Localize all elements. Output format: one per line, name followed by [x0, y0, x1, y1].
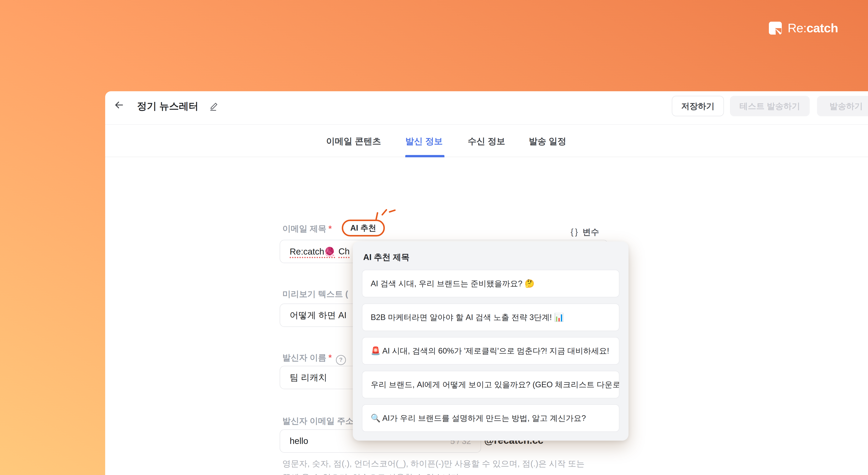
subject-label: 이메일 제목*: [282, 223, 332, 234]
logo-text-light: Re:: [787, 21, 806, 35]
screen: Re:catch 정기 뉴스레터 저장하기 테스트 발송하기 발송하기 이메일 …: [0, 0, 868, 475]
sender-email-label: 발신자 이메일 주소: [282, 415, 353, 427]
insert-variable-button[interactable]: {}변수: [570, 226, 599, 238]
brand-logo: Re:catch: [769, 21, 838, 35]
required-asterisk: *: [329, 224, 332, 233]
braces-icon: {}: [570, 227, 580, 236]
sender-name-value: 팀 리캐치: [290, 372, 327, 383]
brand-logo-text: Re:catch: [787, 21, 838, 35]
test-send-button[interactable]: 테스트 발송하기: [730, 96, 810, 116]
tabs-divider: [105, 157, 868, 157]
subject-label-text: 이메일 제목: [282, 224, 326, 233]
email-helper-line1: 영문자, 숫자, 점(.), 언더스코어(_), 하이픈(-)만 사용할 수 있…: [282, 457, 585, 470]
ai-suggestion-popup: AI 추천 제목 AI 검색 시대, 우리 브랜드는 준비됐을까요? 🤔 B2B…: [353, 241, 628, 441]
ai-suggestion-item[interactable]: AI 검색 시대, 우리 브랜드는 준비됐을까요? 🤔: [362, 270, 619, 297]
sender-name-label: 발신자 이름*?: [282, 352, 346, 365]
ai-suggestion-item[interactable]: 🚨 AI 시대, 검색의 60%가 '제로클릭'으로 멈춘다?! 지금 대비하세…: [362, 337, 619, 364]
variables-label: 변수: [583, 227, 599, 236]
subject-value-2: Ch: [338, 246, 350, 257]
edit-title-button[interactable]: [209, 101, 219, 112]
send-button[interactable]: 발송하기: [817, 96, 868, 116]
tab-email-content[interactable]: 이메일 콘텐츠: [326, 136, 381, 147]
ai-suggestion-item[interactable]: 우리 브랜드, AI에게 어떻게 보이고 있을까요? (GEO 체크리스트 다운…: [362, 371, 619, 398]
preview-text-value: 어떻게 하면 AI: [290, 309, 346, 321]
help-icon[interactable]: ?: [336, 355, 346, 365]
tab-recipient-info[interactable]: 수신 정보: [468, 136, 505, 147]
arrow-left-icon: [113, 99, 125, 111]
sender-email-value: hello: [290, 436, 308, 446]
tab-send-schedule[interactable]: 발송 일정: [529, 136, 566, 147]
active-tab-indicator: [405, 155, 444, 157]
header-divider: [105, 124, 868, 125]
email-helper-line2: 끝에 올 수 없으며, 연속으로 사용할 수 없습니다.: [282, 470, 585, 475]
subject-value-1: Re:catch🧶: [290, 246, 335, 257]
logo-text-bold: catch: [806, 21, 838, 35]
save-button[interactable]: 저장하기: [672, 96, 724, 116]
recatch-logo-icon: [769, 22, 782, 35]
sender-name-label-text: 발신자 이름: [282, 353, 326, 362]
pencil-icon: [209, 101, 219, 112]
ai-suggestion-popup-title: AI 추천 제목: [363, 251, 409, 263]
ai-suggestion-item[interactable]: 🔍 AI가 우리 브랜드를 설명하게 만드는 방법, 알고 계신가요?: [362, 405, 619, 432]
back-button[interactable]: [113, 98, 126, 112]
email-helper-text: 영문자, 숫자, 점(.), 언더스코어(_), 하이픈(-)만 사용할 수 있…: [282, 457, 585, 475]
tab-sender-info[interactable]: 발신 정보: [405, 136, 443, 147]
ai-suggest-button[interactable]: AI 추천: [342, 219, 385, 236]
required-asterisk: *: [329, 353, 332, 362]
page-title: 정기 뉴스레터: [137, 99, 198, 113]
preview-text-label: 미리보기 텍스트 (: [282, 288, 348, 300]
ai-suggestion-item[interactable]: B2B 마케터라면 알아야 할 AI 검색 노출 전략 3단계! 📊: [362, 303, 619, 331]
